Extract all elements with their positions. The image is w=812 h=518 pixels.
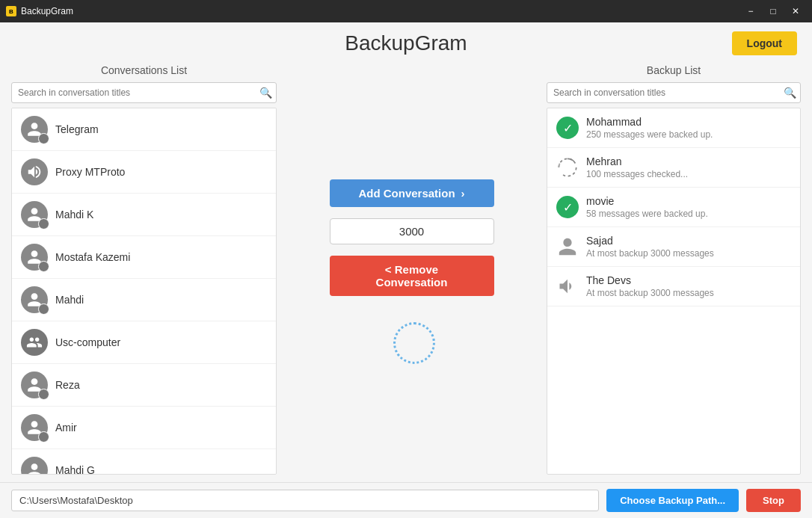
remove-conversation-label: < Remove Conversation xyxy=(352,263,472,289)
conversation-name: Usc-computer xyxy=(55,336,120,348)
conversation-list-item[interactable]: Usc-computer xyxy=(12,321,276,364)
middle-panel: Add Conversation › < Remove Conversation xyxy=(277,64,547,475)
conversations-search-input[interactable] xyxy=(11,82,277,103)
backup-path-display: C:\Users\Mostafa\Desktop xyxy=(11,490,599,511)
backup-name: Mehran xyxy=(586,155,688,167)
backup-list-item[interactable]: ✓ movie 58 messages were backed up. xyxy=(547,188,800,227)
conversation-name: Mahdi K xyxy=(55,209,93,221)
message-count-input[interactable] xyxy=(330,218,494,244)
minimize-button[interactable]: − xyxy=(740,3,761,19)
conversation-list-item[interactable]: Amir xyxy=(12,407,276,449)
conversation-name: Mahdi xyxy=(55,294,84,306)
backup-info: movie 58 messages were backed up. xyxy=(586,195,708,219)
backup-info: Mehran 100 messages checked... xyxy=(586,155,688,179)
avatar xyxy=(21,371,48,398)
conversation-name: Mahdi G xyxy=(55,464,95,475)
backup-pending-icon xyxy=(556,235,579,258)
app-header: BackupGram Logout xyxy=(0,22,812,64)
choose-backup-path-button[interactable]: Choose Backup Path... xyxy=(606,489,739,512)
add-conversation-button[interactable]: Add Conversation › xyxy=(330,179,494,207)
conversation-list-item[interactable]: Mahdi K xyxy=(12,194,276,236)
add-conversation-icon: › xyxy=(461,187,465,200)
title-bar: B BackupGram − □ ✕ xyxy=(0,0,812,22)
backup-success-icon: ✓ xyxy=(556,196,579,218)
conversations-list: Telegram Proxy MTProto Mahdi K Mostafa K… xyxy=(11,108,277,475)
backup-checking-icon xyxy=(556,156,579,179)
conversation-name: Telegram xyxy=(55,123,99,135)
backup-status-text: 100 messages checked... xyxy=(586,169,688,179)
title-bar-controls: − □ ✕ xyxy=(740,3,806,19)
app-name: BackupGram xyxy=(21,6,73,16)
conversations-panel: Conversations List 🔍 Telegram Proxy MTPr… xyxy=(11,64,277,475)
backup-name: The Devs xyxy=(586,274,714,286)
conversations-search-icon-button[interactable]: 🔍 xyxy=(258,85,274,100)
avatar xyxy=(21,329,48,356)
backup-success-icon: ✓ xyxy=(556,117,579,139)
conversation-list-item[interactable]: Proxy MTProto xyxy=(12,151,276,194)
conversation-name: Amir xyxy=(55,422,77,434)
add-conversation-label: Add Conversation xyxy=(358,187,455,200)
conversation-name: Reza xyxy=(55,379,80,391)
backup-status-text: 58 messages were backed up. xyxy=(586,209,708,219)
backup-name: movie xyxy=(586,195,708,207)
loading-spinner xyxy=(393,322,431,360)
backup-search-box: 🔍 xyxy=(547,82,801,103)
backup-status-text: At most backup 3000 messages xyxy=(586,288,714,298)
title-bar-left: B BackupGram xyxy=(6,6,73,16)
backup-channel-icon xyxy=(556,275,579,297)
backup-list-item[interactable]: ✓ Mohammad 250 messages were backed up. xyxy=(547,108,800,148)
app-title: BackupGram xyxy=(345,31,467,55)
main-content: BackupGram Logout Conversations List 🔍 T… xyxy=(0,22,812,518)
backup-status-text: 250 messages were backed up. xyxy=(586,129,713,140)
conversation-list-item[interactable]: Telegram xyxy=(12,108,276,151)
conversations-panel-title: Conversations List xyxy=(11,64,277,76)
maximize-button[interactable]: □ xyxy=(763,3,784,19)
avatar xyxy=(21,244,48,271)
logout-button[interactable]: Logout xyxy=(732,31,797,55)
avatar xyxy=(21,158,48,185)
backup-list-item[interactable]: Mehran 100 messages checked... xyxy=(547,148,800,188)
backup-list-item[interactable]: The Devs At most backup 3000 messages xyxy=(547,267,800,306)
backup-panel: Backup List 🔍 ✓ Mohammad 250 messages we… xyxy=(547,64,801,475)
backup-info: Mohammad 250 messages were backed up. xyxy=(586,116,713,140)
remove-conversation-button[interactable]: < Remove Conversation xyxy=(330,256,494,296)
avatar xyxy=(21,201,48,228)
app-icon: B xyxy=(6,6,16,16)
conversation-list-item[interactable]: Mahdi G xyxy=(12,449,276,475)
close-button[interactable]: ✕ xyxy=(785,3,806,19)
backup-name: Mohammad xyxy=(586,116,713,128)
conversation-list-item[interactable]: Reza xyxy=(12,364,276,407)
avatar xyxy=(21,414,48,441)
stop-button[interactable]: Stop xyxy=(746,489,801,512)
avatar xyxy=(21,116,48,143)
panels: Conversations List 🔍 Telegram Proxy MTPr… xyxy=(0,64,812,482)
backup-list-item[interactable]: Sajad At most backup 3000 messages xyxy=(547,227,800,267)
conversations-search-box: 🔍 xyxy=(11,82,277,103)
backup-info: Sajad At most backup 3000 messages xyxy=(586,235,714,259)
backup-status-text: At most backup 3000 messages xyxy=(586,248,714,259)
conversation-list-item[interactable]: Mahdi xyxy=(12,279,276,321)
conversation-name: Proxy MTProto xyxy=(55,166,125,178)
conversation-name: Mostafa Kazemi xyxy=(55,251,130,263)
avatar xyxy=(21,457,48,475)
backup-list: ✓ Mohammad 250 messages were backed up. … xyxy=(547,108,801,475)
conversation-list-item[interactable]: Mostafa Kazemi xyxy=(12,236,276,279)
footer: C:\Users\Mostafa\Desktop Choose Backup P… xyxy=(0,482,812,518)
backup-search-icon-button[interactable]: 🔍 xyxy=(782,85,798,100)
backup-info: The Devs At most backup 3000 messages xyxy=(586,274,714,298)
backup-search-input[interactable] xyxy=(547,82,801,103)
backup-name: Sajad xyxy=(586,235,714,247)
avatar xyxy=(21,286,48,313)
backup-panel-title: Backup List xyxy=(547,64,801,76)
